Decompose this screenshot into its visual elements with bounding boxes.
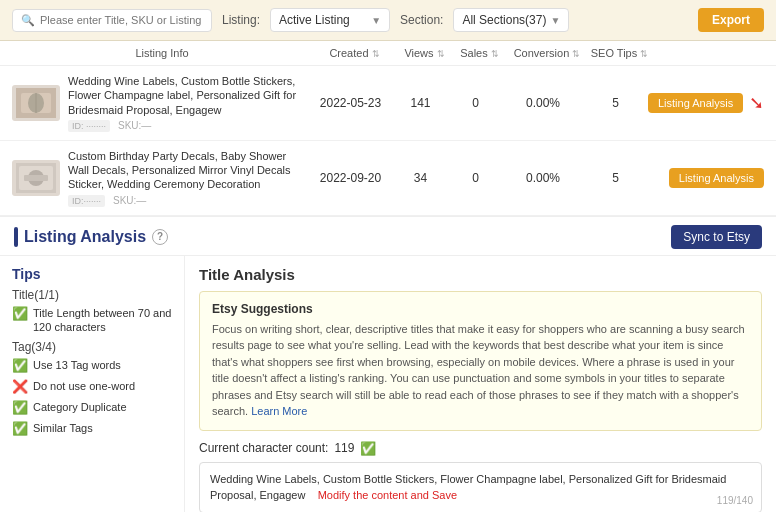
row-sku: SKU:— (113, 195, 146, 207)
tips-panel: Tips Title(1/1) ✅ Title Length between 7… (0, 256, 185, 512)
header-views: Views ⇅ (397, 47, 452, 59)
export-button[interactable]: Export (698, 8, 764, 32)
header-conversion: Conversion ⇅ (507, 47, 587, 59)
listing-chevron-icon: ▼ (371, 15, 381, 26)
suggestions-text: Focus on writing short, clear, descripti… (212, 321, 749, 420)
tip-text: Category Duplicate (33, 400, 127, 414)
table-row: Custom Birthday Party Decals, Baby Showe… (0, 141, 776, 216)
header-created: Created ⇅ (312, 47, 397, 59)
header-sales: Sales ⇅ (452, 47, 507, 59)
arrow-indicator-icon: ➘ (749, 92, 764, 114)
sort-sales-icon[interactable]: ⇅ (491, 49, 499, 59)
listing-analysis-heading: Listing Analysis (24, 228, 146, 246)
row-conversion: 0.00% (503, 96, 583, 110)
learn-more-link[interactable]: Learn More (251, 405, 307, 417)
sort-created-icon[interactable]: ⇅ (372, 49, 380, 59)
checkmark-icon: ✅ (12, 421, 28, 438)
sort-seo-icon[interactable]: ⇅ (640, 49, 648, 59)
bottom-section: Tips Title(1/1) ✅ Title Length between 7… (0, 256, 776, 512)
listing-analysis-button-1[interactable]: Listing Analysis (648, 93, 743, 113)
content-text: Wedding Wine Labels, Custom Bottle Stick… (210, 473, 726, 502)
content-box: Wedding Wine Labels, Custom Bottle Stick… (199, 462, 762, 512)
sort-conversion-icon[interactable]: ⇅ (572, 49, 580, 59)
suggestions-title: Etsy Suggestions (212, 302, 749, 316)
row-listing-info: Custom Birthday Party Decals, Baby Showe… (68, 149, 308, 207)
tag-section-label: Tag(3/4) (12, 340, 172, 354)
tip-text: Do not use one-word (33, 379, 135, 393)
listing-analysis-header: Listing Analysis ? Sync to Etsy (0, 217, 776, 256)
listing-analysis-title: Listing Analysis ? (14, 227, 168, 247)
char-count-row: Current character count: 119 ✅ (199, 441, 762, 456)
char-count-value: 119 (334, 441, 354, 455)
row-seo: 5 (583, 171, 648, 185)
listing-select[interactable]: Active Listing ▼ (270, 8, 390, 32)
tip-item: ✅ Use 13 Tag words (12, 358, 172, 375)
listing-analysis-button-2[interactable]: Listing Analysis (669, 168, 764, 188)
checkmark-icon: ✅ (12, 306, 28, 323)
section-label: Section: (400, 13, 443, 27)
row-created: 2022-09-20 (308, 171, 393, 185)
listings-table: Listing Info Created ⇅ Views ⇅ Sales ⇅ C… (0, 41, 776, 217)
tip-item: ❌ Do not use one-word (12, 379, 172, 396)
row-sales: 0 (448, 171, 503, 185)
suggestions-box: Etsy Suggestions Focus on writing short,… (199, 291, 762, 431)
tip-item: ✅ Similar Tags (12, 421, 172, 438)
section-chevron-icon: ▼ (550, 15, 560, 26)
row-seo: 5 (583, 96, 648, 110)
section-select-value: All Sections(37) (462, 13, 546, 27)
char-check-icon: ✅ (360, 441, 376, 456)
search-box[interactable]: 🔍 (12, 9, 212, 32)
row-meta: ID: ········ SKU:— (68, 120, 308, 132)
search-icon: 🔍 (21, 14, 35, 27)
row-views: 34 (393, 171, 448, 185)
char-count-label: Current character count: (199, 441, 328, 455)
tip-item: ✅ Title Length between 70 and 120 charac… (12, 306, 172, 335)
cross-icon: ❌ (12, 379, 28, 396)
header-seo-tips: SEO Tips ⇅ (587, 47, 652, 59)
row-conversion: 0.00% (503, 171, 583, 185)
tip-text: Title Length between 70 and 120 characte… (33, 306, 172, 335)
row-title: Custom Birthday Party Decals, Baby Showe… (68, 149, 308, 192)
title-bar-decoration (14, 227, 18, 247)
row-listing-info: Wedding Wine Labels, Custom Bottle Stick… (68, 74, 308, 132)
row-meta: ID:······· SKU:— (68, 195, 308, 207)
row-created: 2022-05-23 (308, 96, 393, 110)
tip-text: Similar Tags (33, 421, 93, 435)
row-sku: SKU:— (118, 120, 151, 132)
modify-link[interactable]: Modify the content and Save (318, 489, 457, 501)
tip-item: ✅ Category Duplicate (12, 400, 172, 417)
checkmark-icon: ✅ (12, 358, 28, 375)
row-views: 141 (393, 96, 448, 110)
listing-analysis-section: Listing Analysis ? Sync to Etsy Tips Tit… (0, 217, 776, 512)
row-thumbnail (12, 160, 60, 196)
table-row: Wedding Wine Labels, Custom Bottle Stick… (0, 66, 776, 141)
listing-label: Listing: (222, 13, 260, 27)
title-section-label: Title(1/1) (12, 288, 172, 302)
char-limit: 119/140 (717, 493, 753, 508)
tips-title: Tips (12, 266, 172, 282)
row-id: ID:······· (68, 195, 105, 207)
tip-text: Use 13 Tag words (33, 358, 121, 372)
sort-views-icon[interactable]: ⇅ (437, 49, 445, 59)
info-icon[interactable]: ? (152, 229, 168, 245)
table-header: Listing Info Created ⇅ Views ⇅ Sales ⇅ C… (0, 41, 776, 66)
header-listing-info: Listing Info (12, 47, 312, 59)
row-action-cell: Listing Analysis (648, 168, 764, 188)
analysis-panel: Title Analysis Etsy Suggestions Focus on… (185, 256, 776, 512)
row-id: ID: ········ (68, 120, 110, 132)
row-thumbnail (12, 85, 60, 121)
search-input[interactable] (40, 14, 203, 26)
section-select[interactable]: All Sections(37) ▼ (453, 8, 569, 32)
sync-to-etsy-button[interactable]: Sync to Etsy (671, 225, 762, 249)
row-title: Wedding Wine Labels, Custom Bottle Stick… (68, 74, 308, 117)
listing-select-value: Active Listing (279, 13, 350, 27)
title-analysis-heading: Title Analysis (199, 266, 762, 283)
row-sales: 0 (448, 96, 503, 110)
row-action-cell: Listing Analysis ➘ (648, 92, 764, 114)
svg-rect-7 (24, 175, 48, 181)
checkmark-icon: ✅ (12, 400, 28, 417)
toolbar: 🔍 Listing: Active Listing ▼ Section: All… (0, 0, 776, 41)
